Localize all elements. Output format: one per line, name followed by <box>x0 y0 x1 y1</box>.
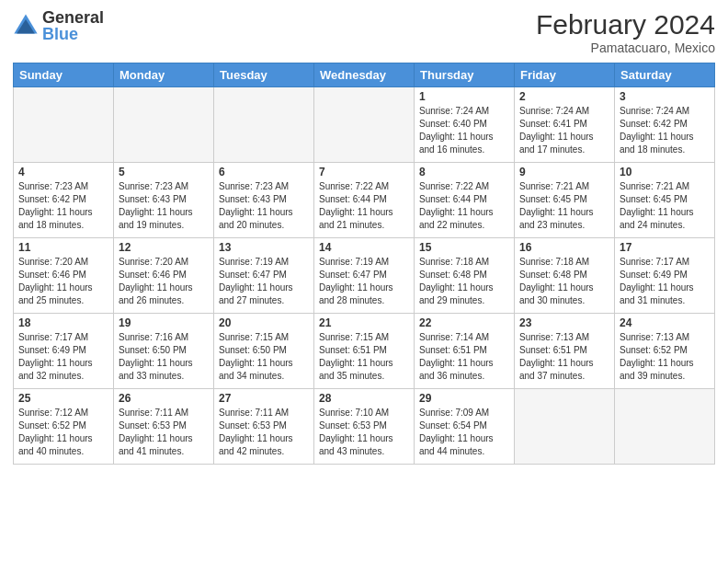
day-number: 9 <box>519 166 609 178</box>
calendar-day: 16Sunrise: 7:18 AMSunset: 6:48 PMDayligh… <box>515 238 615 314</box>
calendar-header-friday: Friday <box>515 63 615 87</box>
day-number: 6 <box>219 166 309 178</box>
day-info: Sunrise: 7:12 AMSunset: 6:52 PMDaylight:… <box>18 407 108 458</box>
calendar-day: 18Sunrise: 7:17 AMSunset: 6:49 PMDayligh… <box>14 314 114 389</box>
day-info: Sunrise: 7:17 AMSunset: 6:49 PMDaylight:… <box>620 256 710 307</box>
day-number: 5 <box>119 166 209 178</box>
calendar-day: 7Sunrise: 7:22 AMSunset: 6:44 PMDaylight… <box>314 163 415 238</box>
day-info: Sunrise: 7:19 AMSunset: 6:47 PMDaylight:… <box>319 256 409 307</box>
day-info: Sunrise: 7:15 AMSunset: 6:50 PMDaylight:… <box>219 331 309 383</box>
day-number: 21 <box>319 316 409 329</box>
calendar-day: 27Sunrise: 7:11 AMSunset: 6:53 PMDayligh… <box>214 389 314 465</box>
logo-general-text: General <box>42 9 104 26</box>
calendar-day: 28Sunrise: 7:10 AMSunset: 6:53 PMDayligh… <box>314 389 415 465</box>
day-number: 15 <box>419 241 509 254</box>
calendar-week-row: 1Sunrise: 7:24 AMSunset: 6:40 PMDaylight… <box>14 87 715 163</box>
day-info: Sunrise: 7:16 AMSunset: 6:50 PMDaylight:… <box>119 331 209 383</box>
calendar-day: 4Sunrise: 7:23 AMSunset: 6:42 PMDaylight… <box>14 163 114 238</box>
calendar-day: 15Sunrise: 7:18 AMSunset: 6:48 PMDayligh… <box>415 238 515 314</box>
day-info: Sunrise: 7:23 AMSunset: 6:42 PMDaylight:… <box>18 180 108 232</box>
month-title: February 2024 <box>536 9 715 40</box>
day-info: Sunrise: 7:20 AMSunset: 6:46 PMDaylight:… <box>119 256 209 307</box>
calendar-week-row: 25Sunrise: 7:12 AMSunset: 6:52 PMDayligh… <box>14 389 715 465</box>
day-number: 16 <box>519 241 609 254</box>
calendar-day: 13Sunrise: 7:19 AMSunset: 6:47 PMDayligh… <box>214 238 314 314</box>
page: General Blue February 2024 Pamatacuaro, … <box>0 0 728 563</box>
calendar-day: 24Sunrise: 7:13 AMSunset: 6:52 PMDayligh… <box>615 314 715 389</box>
day-number: 3 <box>620 90 710 103</box>
day-info: Sunrise: 7:24 AMSunset: 6:41 PMDaylight:… <box>519 105 609 156</box>
day-number: 23 <box>519 316 609 329</box>
day-number: 27 <box>219 392 309 405</box>
day-info: Sunrise: 7:18 AMSunset: 6:48 PMDaylight:… <box>519 256 609 307</box>
day-info: Sunrise: 7:20 AMSunset: 6:46 PMDaylight:… <box>18 256 108 307</box>
day-number: 11 <box>18 241 108 254</box>
day-info: Sunrise: 7:15 AMSunset: 6:51 PMDaylight:… <box>319 331 409 383</box>
day-info: Sunrise: 7:21 AMSunset: 6:45 PMDaylight:… <box>620 180 710 232</box>
calendar-day <box>214 87 314 163</box>
day-info: Sunrise: 7:11 AMSunset: 6:53 PMDaylight:… <box>219 407 309 458</box>
day-number: 22 <box>419 316 509 329</box>
day-number: 12 <box>119 241 209 254</box>
calendar-day: 12Sunrise: 7:20 AMSunset: 6:46 PMDayligh… <box>114 238 214 314</box>
calendar-week-row: 4Sunrise: 7:23 AMSunset: 6:42 PMDaylight… <box>14 163 715 238</box>
day-info: Sunrise: 7:11 AMSunset: 6:53 PMDaylight:… <box>119 407 209 458</box>
location-subtitle: Pamatacuaro, Mexico <box>536 40 715 55</box>
day-info: Sunrise: 7:19 AMSunset: 6:47 PMDaylight:… <box>219 256 309 307</box>
day-info: Sunrise: 7:10 AMSunset: 6:53 PMDaylight:… <box>319 407 409 458</box>
day-number: 18 <box>18 316 108 329</box>
day-info: Sunrise: 7:09 AMSunset: 6:54 PMDaylight:… <box>419 407 509 458</box>
day-info: Sunrise: 7:21 AMSunset: 6:45 PMDaylight:… <box>519 180 609 232</box>
day-info: Sunrise: 7:23 AMSunset: 6:43 PMDaylight:… <box>119 180 209 232</box>
calendar-header-monday: Monday <box>114 63 214 87</box>
calendar-day: 29Sunrise: 7:09 AMSunset: 6:54 PMDayligh… <box>415 389 515 465</box>
calendar-day: 23Sunrise: 7:13 AMSunset: 6:51 PMDayligh… <box>515 314 615 389</box>
calendar-day: 3Sunrise: 7:24 AMSunset: 6:42 PMDaylight… <box>615 87 715 163</box>
calendar-day: 6Sunrise: 7:23 AMSunset: 6:43 PMDaylight… <box>214 163 314 238</box>
day-number: 8 <box>419 166 509 178</box>
day-number: 19 <box>119 316 209 329</box>
day-number: 7 <box>319 166 409 178</box>
day-number: 4 <box>18 166 108 178</box>
calendar-header-sunday: Sunday <box>14 63 114 87</box>
calendar-header-thursday: Thursday <box>415 63 515 87</box>
calendar-table: SundayMondayTuesdayWednesdayThursdayFrid… <box>13 63 715 465</box>
calendar-day: 20Sunrise: 7:15 AMSunset: 6:50 PMDayligh… <box>214 314 314 389</box>
calendar-week-row: 18Sunrise: 7:17 AMSunset: 6:49 PMDayligh… <box>14 314 715 389</box>
calendar-day: 8Sunrise: 7:22 AMSunset: 6:44 PMDaylight… <box>415 163 515 238</box>
calendar-week-row: 11Sunrise: 7:20 AMSunset: 6:46 PMDayligh… <box>14 238 715 314</box>
day-number: 28 <box>319 392 409 405</box>
logo-text: General Blue <box>42 9 104 42</box>
day-info: Sunrise: 7:23 AMSunset: 6:43 PMDaylight:… <box>219 180 309 232</box>
calendar-day <box>14 87 114 163</box>
calendar-day: 9Sunrise: 7:21 AMSunset: 6:45 PMDaylight… <box>515 163 615 238</box>
day-number: 13 <box>219 241 309 254</box>
calendar-day: 17Sunrise: 7:17 AMSunset: 6:49 PMDayligh… <box>615 238 715 314</box>
calendar-day: 14Sunrise: 7:19 AMSunset: 6:47 PMDayligh… <box>314 238 415 314</box>
logo-icon <box>13 13 39 39</box>
calendar-day <box>615 389 715 465</box>
title-area: February 2024 Pamatacuaro, Mexico <box>536 9 715 55</box>
day-info: Sunrise: 7:18 AMSunset: 6:48 PMDaylight:… <box>419 256 509 307</box>
day-number: 25 <box>18 392 108 405</box>
day-number: 20 <box>219 316 309 329</box>
day-info: Sunrise: 7:14 AMSunset: 6:51 PMDaylight:… <box>419 331 509 383</box>
day-number: 14 <box>319 241 409 254</box>
calendar-day: 10Sunrise: 7:21 AMSunset: 6:45 PMDayligh… <box>615 163 715 238</box>
calendar-day: 2Sunrise: 7:24 AMSunset: 6:41 PMDaylight… <box>515 87 615 163</box>
day-number: 1 <box>419 90 509 103</box>
day-info: Sunrise: 7:22 AMSunset: 6:44 PMDaylight:… <box>419 180 509 232</box>
day-info: Sunrise: 7:13 AMSunset: 6:51 PMDaylight:… <box>519 331 609 383</box>
day-number: 24 <box>620 316 710 329</box>
calendar-header-row: SundayMondayTuesdayWednesdayThursdayFrid… <box>14 63 715 87</box>
day-number: 29 <box>419 392 509 405</box>
day-info: Sunrise: 7:13 AMSunset: 6:52 PMDaylight:… <box>620 331 710 383</box>
calendar-header-wednesday: Wednesday <box>314 63 415 87</box>
calendar-day: 19Sunrise: 7:16 AMSunset: 6:50 PMDayligh… <box>114 314 214 389</box>
calendar-day <box>515 389 615 465</box>
day-info: Sunrise: 7:22 AMSunset: 6:44 PMDaylight:… <box>319 180 409 232</box>
day-info: Sunrise: 7:17 AMSunset: 6:49 PMDaylight:… <box>18 331 108 383</box>
calendar-day <box>314 87 415 163</box>
day-info: Sunrise: 7:24 AMSunset: 6:42 PMDaylight:… <box>620 105 710 156</box>
calendar-day: 22Sunrise: 7:14 AMSunset: 6:51 PMDayligh… <box>415 314 515 389</box>
